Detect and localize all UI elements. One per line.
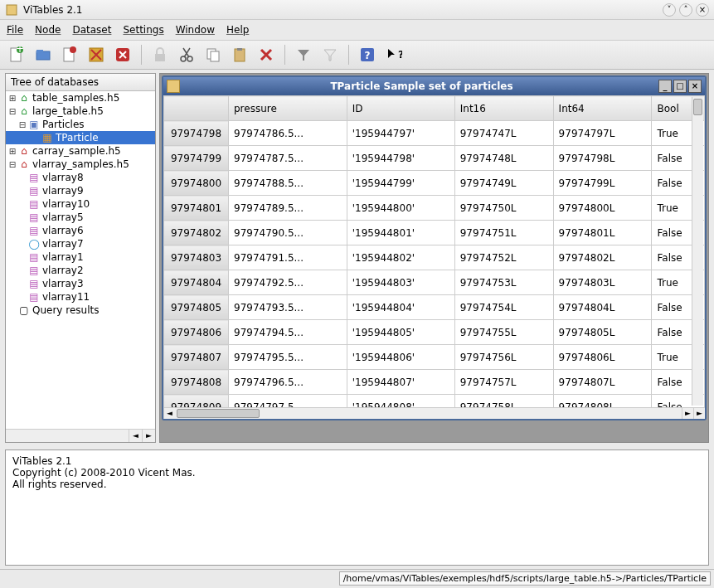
cell[interactable]: '195944799' (347, 171, 454, 196)
cell[interactable]: '195944807' (347, 370, 454, 395)
delete-node-icon[interactable] (255, 43, 278, 66)
tree-node[interactable]: ◯vlarray7 (6, 237, 155, 250)
tree-body[interactable]: ⊞⌂table_samples.h5⊟⌂large_table.h5⊟▣Part… (6, 91, 155, 429)
menu-node[interactable]: Node (35, 24, 61, 36)
expand-icon[interactable]: ⊟ (7, 107, 17, 116)
cell[interactable]: 97974752L (454, 245, 553, 270)
cell[interactable]: 97974794.5... (229, 320, 347, 345)
row-header[interactable]: 97974802 (164, 221, 229, 245)
grid-vscroll[interactable] (692, 97, 703, 406)
cell[interactable]: '195944808' (347, 395, 454, 408)
cell[interactable]: 97974797.5... (229, 395, 347, 408)
whatsthis-icon[interactable]: ? (382, 43, 406, 66)
cell[interactable]: 97974804L (553, 295, 652, 320)
expand-icon[interactable]: ⊟ (17, 120, 27, 129)
tree-node[interactable]: ⊟⌂vlarray_samples.h5 (6, 158, 155, 171)
cell[interactable]: 97974747L (454, 121, 553, 146)
cell[interactable]: '195944806' (347, 345, 454, 370)
column-header[interactable]: Int64 (553, 96, 652, 121)
cell[interactable]: 97974790.5... (229, 221, 347, 245)
cell[interactable]: 97974748L (454, 146, 553, 171)
cell[interactable]: 97974797L (553, 121, 652, 146)
cell[interactable]: 97974787.5... (229, 146, 347, 171)
cell[interactable]: 97974805L (553, 320, 652, 345)
cell[interactable]: '195944798' (347, 146, 454, 171)
delete-icon[interactable] (111, 43, 134, 66)
cell[interactable]: 97974757L (454, 370, 553, 395)
cell[interactable]: 97974753L (454, 270, 553, 295)
data-grid[interactable]: pressureIDInt16Int64Bool9797479897974786… (163, 95, 705, 407)
tree-node[interactable]: ⊟▣Particles (6, 118, 155, 131)
copy-icon[interactable] (202, 43, 225, 66)
cell[interactable]: 97974789.5... (229, 196, 347, 221)
hscroll-thumb[interactable] (177, 409, 260, 418)
row-header[interactable]: 97974804 (164, 270, 229, 295)
row-header[interactable]: 97974808 (164, 370, 229, 395)
cell[interactable]: 97974756L (454, 345, 553, 370)
close-file-icon[interactable] (58, 43, 81, 66)
tree-node[interactable]: ⊞⌂table_samples.h5 (6, 91, 155, 104)
row-header[interactable]: 97974801 (164, 196, 229, 221)
grid-hscroll[interactable]: ◄ ► ► (163, 407, 705, 419)
tree-node[interactable]: ⊞⌂carray_sample.h5 (6, 144, 155, 158)
menu-file[interactable]: File (7, 24, 23, 36)
cell[interactable]: 97974792.5... (229, 270, 347, 295)
filter-icon[interactable] (292, 43, 315, 66)
scroll-left-icon[interactable]: ◄ (163, 408, 175, 419)
cell[interactable]: '195944804' (347, 295, 454, 320)
help-icon[interactable]: ? (356, 43, 379, 66)
tree-node[interactable]: ▤vlarray1 (6, 250, 155, 264)
subwindow-close-button[interactable]: × (688, 80, 702, 93)
cell[interactable]: 97974788.5... (229, 171, 347, 196)
row-header[interactable]: 97974807 (164, 345, 229, 370)
expand-icon[interactable]: ⊞ (7, 147, 17, 156)
cell[interactable]: '195944802' (347, 245, 454, 270)
tree-node[interactable]: ▢Query results (6, 304, 155, 317)
new-file-icon[interactable]: + (5, 43, 28, 66)
filter-clear-icon[interactable] (318, 43, 342, 66)
cell[interactable]: 97974793.5... (229, 295, 347, 320)
scroll-right-icon[interactable]: ► (682, 408, 693, 419)
tree-hscroll[interactable]: ◄ ► (6, 429, 155, 442)
column-header[interactable]: Int16 (454, 96, 553, 121)
cell[interactable]: 97974791.5... (229, 245, 347, 270)
cell[interactable]: 97974796.5... (229, 370, 347, 395)
tree-node[interactable]: ▤vlarray11 (6, 290, 155, 304)
tree-node[interactable]: ⊟⌂large_table.h5 (6, 104, 155, 118)
cell[interactable]: 97974799L (553, 171, 652, 196)
cell[interactable]: 97974802L (553, 245, 652, 270)
open-file-icon[interactable] (32, 43, 55, 66)
cell[interactable]: 97974795.5... (229, 345, 347, 370)
tree-node[interactable]: ▤vlarray10 (6, 197, 155, 211)
row-header[interactable]: 97974803 (164, 245, 229, 270)
subwindow-titlebar[interactable]: TParticle Sample set of particles _ □ × (163, 77, 705, 95)
cell[interactable]: 97974751L (454, 221, 553, 245)
column-header[interactable]: ID (347, 96, 454, 121)
scroll-right-icon[interactable]: ► (142, 430, 155, 442)
tree-node[interactable]: ▤vlarray8 (6, 171, 155, 184)
cell[interactable]: 97974750L (454, 196, 553, 221)
vscroll-thumb[interactable] (693, 99, 702, 115)
cell[interactable]: 97974806L (553, 345, 652, 370)
column-header[interactable]: pressure (229, 96, 347, 121)
row-header[interactable]: 97974798 (164, 121, 229, 146)
cell[interactable]: '195944803' (347, 270, 454, 295)
subwindow-minimize-button[interactable]: _ (658, 80, 672, 93)
expand-icon[interactable]: ⊟ (7, 160, 17, 169)
save-icon[interactable] (85, 43, 108, 66)
cell[interactable]: 97974801L (553, 221, 652, 245)
window-maximize-button[interactable]: ˄ (679, 3, 692, 17)
tree-node[interactable]: ▤vlarray2 (6, 264, 155, 277)
lock-icon[interactable] (148, 43, 172, 66)
cell[interactable]: '195944797' (347, 121, 454, 146)
subwindow-maximize-button[interactable]: □ (673, 80, 687, 93)
window-minimize-button[interactable]: ˅ (663, 3, 676, 17)
cell[interactable]: 97974798L (553, 146, 652, 171)
cell[interactable]: 97974808L (553, 395, 652, 408)
window-close-button[interactable]: × (696, 3, 709, 17)
cell[interactable]: '195944801' (347, 221, 454, 245)
cell[interactable]: 97974749L (454, 171, 553, 196)
tree-node[interactable]: ▦TParticle (6, 131, 155, 144)
expand-icon[interactable]: ⊞ (7, 94, 17, 103)
cell[interactable]: 97974807L (553, 370, 652, 395)
